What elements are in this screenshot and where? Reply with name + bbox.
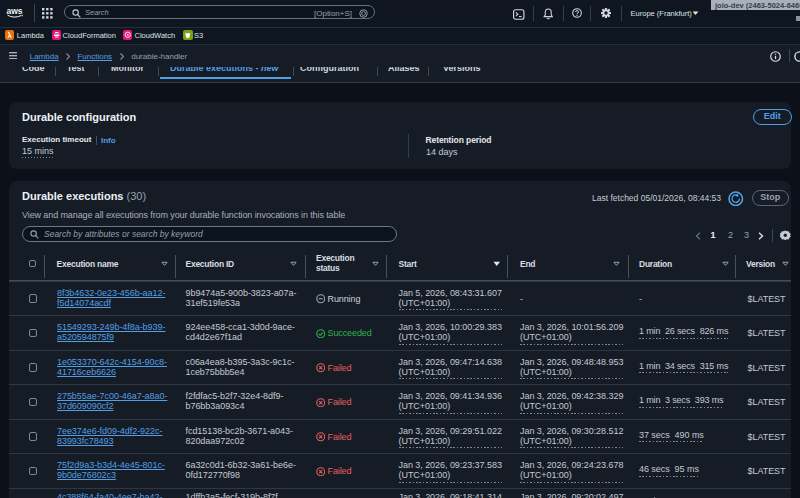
svg-text:aws: aws (7, 6, 23, 16)
